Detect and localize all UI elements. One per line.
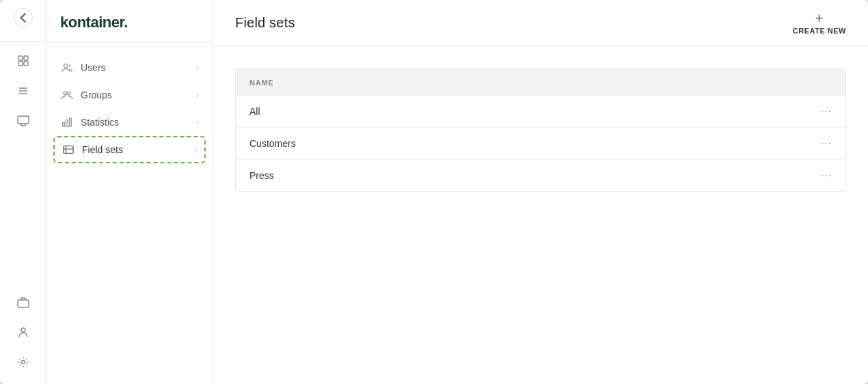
sidebar-item-users[interactable]: Users › xyxy=(46,54,213,81)
svg-point-9 xyxy=(21,328,25,332)
sidebar-item-field-sets[interactable]: Field sets › xyxy=(53,136,206,163)
chevron-icon: › xyxy=(196,63,199,72)
settings-icon[interactable] xyxy=(10,348,37,376)
groups-icon xyxy=(60,88,74,102)
svg-rect-8 xyxy=(18,300,29,307)
plus-icon: + xyxy=(815,12,824,25)
name-column-header: NAME xyxy=(249,79,274,87)
table-row[interactable]: Customers ··· xyxy=(236,127,845,159)
field-sets-table: NAME All ··· Customers ··· Press ··· xyxy=(235,68,846,192)
create-new-label: CREATE NEW xyxy=(793,27,846,35)
svg-rect-0 xyxy=(18,56,23,60)
create-new-button[interactable]: + CREATE NEW xyxy=(793,12,846,35)
field-sets-icon xyxy=(62,143,75,156)
row-actions-press[interactable]: ··· xyxy=(821,169,832,182)
row-name-press: Press xyxy=(249,170,821,181)
grid-icon[interactable] xyxy=(10,47,37,74)
row-name-customers: Customers xyxy=(249,138,821,149)
logo: kontainer. xyxy=(46,0,213,43)
main-sidebar: kontainer. Users › xyxy=(46,0,213,384)
row-actions-all[interactable]: ··· xyxy=(821,105,832,118)
chevron-icon: › xyxy=(196,90,199,100)
row-actions-customers[interactable]: ··· xyxy=(821,137,832,150)
sidebar-item-field-sets-label: Field sets xyxy=(82,144,195,155)
content-header: Field sets + CREATE NEW xyxy=(213,0,868,46)
users-icon xyxy=(60,61,74,74)
svg-rect-7 xyxy=(18,116,29,124)
page-title: Field sets xyxy=(235,15,295,31)
svg-rect-17 xyxy=(64,146,73,154)
sidebar-item-users-label: Users xyxy=(81,62,196,73)
table-header: NAME xyxy=(236,69,845,95)
chat-icon[interactable] xyxy=(10,107,37,135)
sidebar-item-statistics-label: Statistics xyxy=(81,117,196,128)
sidebar-item-groups[interactable]: Groups › xyxy=(46,81,213,109)
sidebar-nav: Users › Groups › xyxy=(46,43,213,384)
svg-rect-16 xyxy=(70,118,72,127)
collapse-sidebar-button[interactable] xyxy=(14,8,33,27)
row-name-all: All xyxy=(249,106,821,117)
sidebar-item-statistics[interactable]: Statistics › xyxy=(46,109,213,136)
svg-rect-2 xyxy=(18,61,23,66)
svg-rect-3 xyxy=(24,61,28,66)
sidebar-item-groups-label: Groups xyxy=(81,90,196,100)
content-body: NAME All ··· Customers ··· Press ··· xyxy=(213,46,868,384)
user-profile-icon[interactable] xyxy=(10,318,37,346)
svg-point-11 xyxy=(64,64,68,68)
content-area: Field sets + CREATE NEW NAME All ··· xyxy=(213,0,868,384)
chevron-icon: › xyxy=(195,145,198,154)
briefcase-icon[interactable] xyxy=(10,288,37,316)
chevron-icon: › xyxy=(196,118,199,127)
svg-rect-15 xyxy=(66,120,68,126)
table-row[interactable]: All ··· xyxy=(236,95,845,127)
logo-text: kontainer. xyxy=(60,14,128,31)
list-icon[interactable] xyxy=(10,77,37,105)
statistics-icon xyxy=(60,115,74,129)
icon-sidebar xyxy=(0,0,46,384)
svg-rect-1 xyxy=(24,56,28,60)
app-window: kontainer. Users › xyxy=(0,0,868,384)
svg-point-10 xyxy=(21,361,25,364)
svg-rect-14 xyxy=(63,122,65,126)
table-row[interactable]: Press ··· xyxy=(236,159,845,191)
